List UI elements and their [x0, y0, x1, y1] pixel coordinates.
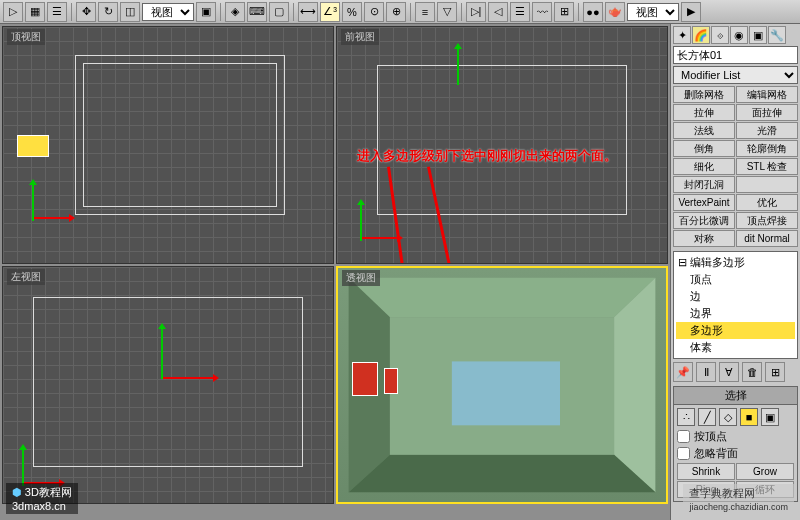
viewport-label: 透视图: [342, 270, 380, 286]
object-name-field[interactable]: [673, 46, 798, 64]
normal-button[interactable]: 法线: [673, 122, 735, 139]
hierarchy-tab-icon[interactable]: ⟐: [711, 26, 729, 44]
main-toolbar: ▷ ▦ ☰ ✥ ↻ ◫ 视图 ▣ ◈ ⌨ ▢ ⟷ ∠³ % ⊙ ⊕ ≡ ▽ ▷|…: [0, 0, 800, 24]
snap2-icon[interactable]: ⊕: [386, 2, 406, 22]
watermark-right: 查字典教程网jiaocheng.chazidian.com: [683, 484, 794, 514]
utilities-tab-icon[interactable]: 🔧: [768, 26, 786, 44]
selection-rollout-header[interactable]: 选择: [673, 386, 798, 405]
modifier-buttons: 删除网格 编辑网格 拉伸 面拉伸 法线 光滑 倒角 轮廓倒角 细化 STL 检查…: [673, 86, 798, 247]
schematic-icon[interactable]: ⊞: [554, 2, 574, 22]
viewport-label: 左视图: [7, 269, 45, 285]
cap-holes-button[interactable]: 封闭孔洞: [673, 176, 735, 193]
snap-angle-icon[interactable]: ∠³: [320, 2, 340, 22]
viewport-label: 顶视图: [7, 29, 45, 45]
stack-edge[interactable]: 边: [676, 288, 795, 305]
subobj-vertex-icon[interactable]: ∴: [677, 408, 695, 426]
ignore-backfacing-checkbox[interactable]: 忽略背面: [677, 446, 794, 461]
extrude-button[interactable]: 拉伸: [673, 104, 735, 121]
subobj-element-icon[interactable]: ▣: [761, 408, 779, 426]
editnormal-button[interactable]: dit Normal: [736, 230, 798, 247]
layer-icon[interactable]: ☰: [510, 2, 530, 22]
ref-coord-dropdown[interactable]: 视图: [142, 3, 194, 21]
blank-button[interactable]: [736, 176, 798, 193]
prev-icon[interactable]: ◁: [488, 2, 508, 22]
viewport-left[interactable]: 左视图: [2, 266, 334, 504]
scale-icon[interactable]: ◫: [120, 2, 140, 22]
named-sel-icon[interactable]: ▢: [269, 2, 289, 22]
smooth-button[interactable]: 光滑: [736, 122, 798, 139]
delete-mesh-button[interactable]: 删除网格: [673, 86, 735, 103]
sel-filter-icon[interactable]: ▽: [437, 2, 457, 22]
optimize-button[interactable]: 优化: [736, 194, 798, 211]
create-tab-icon[interactable]: ✦: [673, 26, 691, 44]
viewport-container: 顶视图 前视图 进入多边形级别下选中刚刚切出来的两个面。 左视图 透视图: [0, 24, 670, 506]
next-icon[interactable]: ▷|: [466, 2, 486, 22]
mirror-icon[interactable]: ⟷: [298, 2, 318, 22]
material-icon[interactable]: ●●: [583, 2, 603, 22]
subobj-border-icon[interactable]: ◇: [719, 408, 737, 426]
viewport-top[interactable]: 顶视图: [2, 26, 334, 264]
tessellate-button[interactable]: 细化: [673, 158, 735, 175]
svg-rect-5: [452, 361, 560, 425]
command-panel: ✦ 🌈 ⟐ ◉ ▣ 🔧 Modifier List 删除网格 编辑网格 拉伸 面…: [670, 24, 800, 520]
modify-tab-icon[interactable]: 🌈: [692, 26, 710, 44]
stack-border[interactable]: 边界: [676, 305, 795, 322]
render-icon[interactable]: 🫖: [605, 2, 625, 22]
snap-icon[interactable]: ⊙: [364, 2, 384, 22]
face-extrude-button[interactable]: 面拉伸: [736, 104, 798, 121]
symmetry-button[interactable]: 对称: [673, 230, 735, 247]
modifier-stack[interactable]: ⊟ 编辑多边形 顶点 边 边界 多边形 体素: [673, 251, 798, 359]
watermark-left: ⬢ 3D教程网3dmax8.cn: [6, 483, 78, 514]
panel-tabs: ✦ 🌈 ⟐ ◉ ▣ 🔧: [673, 26, 798, 44]
svg-marker-0: [349, 278, 656, 317]
by-vertex-checkbox[interactable]: 按顶点: [677, 429, 794, 444]
stack-vertex[interactable]: 顶点: [676, 271, 795, 288]
subobj-polygon-icon[interactable]: ■: [740, 408, 758, 426]
curve-icon[interactable]: 〰: [532, 2, 552, 22]
unique-icon[interactable]: ∀: [719, 362, 739, 382]
viewport-label: 前视图: [341, 29, 379, 45]
svg-marker-3: [349, 455, 656, 492]
stack-polygon[interactable]: 多边形: [676, 322, 795, 339]
remove-mod-icon[interactable]: 🗑: [742, 362, 762, 382]
outline-button[interactable]: 轮廓倒角: [736, 140, 798, 157]
percent-button[interactable]: 百分比微调: [673, 212, 735, 229]
pin-stack-icon[interactable]: 📌: [673, 362, 693, 382]
show-end-icon[interactable]: Ⅱ: [696, 362, 716, 382]
shrink-button[interactable]: Shrink: [677, 463, 735, 480]
snap-percent-icon[interactable]: %: [342, 2, 362, 22]
modifier-list-dropdown[interactable]: Modifier List: [673, 66, 798, 84]
stack-item-editpoly[interactable]: ⊟ 编辑多边形: [676, 254, 795, 271]
display-tab-icon[interactable]: ▣: [749, 26, 767, 44]
select-region-icon[interactable]: ▦: [25, 2, 45, 22]
select-icon[interactable]: ▷: [3, 2, 23, 22]
viewport-front[interactable]: 前视图 进入多边形级别下选中刚刚切出来的两个面。: [336, 26, 668, 264]
stl-check-button[interactable]: STL 检查: [736, 158, 798, 175]
quick-render-icon[interactable]: ▶: [681, 2, 701, 22]
keyboard-icon[interactable]: ⌨: [247, 2, 267, 22]
grow-button[interactable]: Grow: [736, 463, 794, 480]
vertexpaint-button[interactable]: VertexPaint: [673, 194, 735, 211]
chamfer-button[interactable]: 倒角: [673, 140, 735, 157]
center-icon[interactable]: ▣: [196, 2, 216, 22]
viewport-perspective[interactable]: 透视图: [336, 266, 668, 504]
align-icon[interactable]: ≡: [415, 2, 435, 22]
manip-icon[interactable]: ◈: [225, 2, 245, 22]
rotate-icon[interactable]: ↻: [98, 2, 118, 22]
select-name-icon[interactable]: ☰: [47, 2, 67, 22]
weld-button[interactable]: 顶点焊接: [736, 212, 798, 229]
motion-tab-icon[interactable]: ◉: [730, 26, 748, 44]
move-icon[interactable]: ✥: [76, 2, 96, 22]
stack-element[interactable]: 体素: [676, 339, 795, 356]
configure-icon[interactable]: ⊞: [765, 362, 785, 382]
edit-mesh-button[interactable]: 编辑网格: [736, 86, 798, 103]
annotation-text: 进入多边形级别下选中刚刚切出来的两个面。: [357, 147, 617, 165]
subobj-edge-icon[interactable]: ╱: [698, 408, 716, 426]
view-dropdown2[interactable]: 视图: [627, 3, 679, 21]
